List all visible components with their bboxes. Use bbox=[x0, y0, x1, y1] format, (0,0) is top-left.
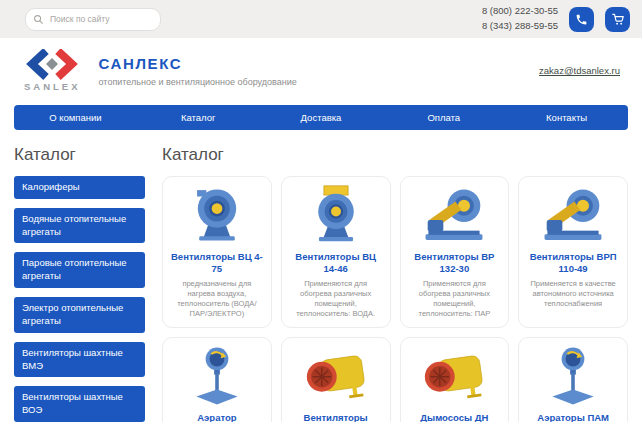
nav-item-catalog[interactable]: Каталог bbox=[137, 112, 260, 123]
product-title[interactable]: Дымососы ДН bbox=[408, 412, 502, 422]
product-description: Применяется в качестве автономного источ… bbox=[526, 279, 620, 309]
catalog-main: Каталог Вентиляторы ВЦ 4-75 предназначен… bbox=[162, 143, 628, 422]
product-image-mine-fan bbox=[408, 343, 502, 409]
sidebar-item-kalorifery[interactable]: Калориферы bbox=[14, 176, 145, 199]
email-link[interactable]: zakaz@tdsanlex.ru bbox=[539, 65, 620, 76]
site-header: SANLEX САНЛЕКС отопительное и вентиляцио… bbox=[0, 38, 642, 103]
sidebar-item-shakhtnye-voe[interactable]: Вентиляторы шахтные ВОЭ bbox=[14, 386, 145, 422]
product-title[interactable]: Аэраторы ПАМ bbox=[526, 412, 620, 422]
company-name: САНЛЕКС bbox=[99, 55, 297, 72]
cart-icon bbox=[611, 12, 625, 26]
product-image-belt-driven-fan bbox=[526, 182, 620, 248]
nav-item-about[interactable]: О компании bbox=[14, 112, 137, 123]
sidebar-item-elektro-agregaty[interactable]: Электро отопительные агрегаты bbox=[14, 297, 145, 333]
product-image-mine-fan bbox=[289, 343, 383, 409]
phone-number-2: 8 (343) 288-59-55 bbox=[482, 19, 558, 34]
product-description: Применяются для обогрева различных помещ… bbox=[289, 279, 383, 320]
phone-number-1: 8 (800) 222-30-55 bbox=[482, 4, 558, 19]
call-button[interactable] bbox=[569, 7, 594, 32]
product-image-pedestal-aerator bbox=[170, 343, 264, 409]
catalog-sidebar: Каталог Калориферы Водяные отопительные … bbox=[14, 143, 145, 422]
product-image-pedestal-aerator bbox=[526, 343, 620, 409]
product-card-vc-14-46[interactable]: Вентиляторы ВЦ 14-46 Применяются для обо… bbox=[281, 176, 391, 328]
nav-item-delivery[interactable]: Доставка bbox=[260, 112, 383, 123]
product-title[interactable]: Вентиляторы ВРП 110-49 bbox=[526, 251, 620, 275]
sidebar-item-shakhtnye-vme[interactable]: Вентиляторы шахтные ВМЭ bbox=[14, 342, 145, 378]
logo-mark-icon bbox=[26, 49, 78, 80]
sidebar-item-parovye-agregaty[interactable]: Паровые отопительные агрегаты bbox=[14, 252, 145, 288]
phone-icon bbox=[575, 13, 588, 26]
main-nav: О компании Каталог Доставка Оплата Конта… bbox=[14, 105, 628, 130]
page-title: Каталог bbox=[162, 145, 628, 165]
cart-button[interactable] bbox=[605, 7, 630, 32]
topbar: 8 (800) 222-30-55 8 (343) 288-59-55 bbox=[0, 0, 642, 38]
sidebar-item-vodyanye-agregaty[interactable]: Водяные отопительные агрегаты bbox=[14, 208, 145, 244]
product-title[interactable]: Вентиляторы ВР 132-30 bbox=[408, 251, 502, 275]
search-input[interactable] bbox=[25, 8, 161, 31]
product-image-belt-driven-fan bbox=[408, 182, 502, 248]
product-card-dymososy-dn[interactable]: Дымососы ДН bbox=[400, 337, 510, 422]
product-title[interactable]: Аэратор неповоротный bbox=[170, 412, 264, 422]
product-description: предназначены для нагрева воздуха, тепло… bbox=[170, 279, 264, 320]
product-title[interactable]: Вентиляторы ВЦ 4-75 bbox=[170, 251, 264, 275]
product-card-vr-132-30[interactable]: Вентиляторы ВР 132-30 Применяются для об… bbox=[400, 176, 510, 328]
product-title[interactable]: Вентиляторы шахтные bbox=[289, 412, 383, 422]
product-grid: Вентиляторы ВЦ 4-75 предназначены для на… bbox=[162, 176, 628, 422]
product-card-aerator-nepovorotnyi[interactable]: Аэратор неповоротный bbox=[162, 337, 272, 422]
logo-word: SANLEX bbox=[24, 81, 81, 92]
product-card-vc-4-75[interactable]: Вентиляторы ВЦ 4-75 предназначены для на… bbox=[162, 176, 272, 328]
nav-item-contacts[interactable]: Контакты bbox=[505, 112, 628, 123]
product-description: Применяются для обогрева различных помещ… bbox=[408, 279, 502, 320]
site-search bbox=[25, 8, 161, 31]
product-card-aeratory-pam[interactable]: Аэраторы ПАМ bbox=[518, 337, 628, 422]
company-tagline: отопительное и вентиляционное оборудован… bbox=[99, 77, 297, 87]
sidebar-title: Каталог bbox=[14, 145, 145, 165]
phone-numbers: 8 (800) 222-30-55 8 (343) 288-59-55 bbox=[482, 4, 558, 33]
product-card-vrp-110-49[interactable]: Вентиляторы ВРП 110-49 Применяется в кач… bbox=[518, 176, 628, 328]
product-card-ventilyatory-shakhtnye[interactable]: Вентиляторы шахтные bbox=[281, 337, 391, 422]
product-title[interactable]: Вентиляторы ВЦ 14-46 bbox=[289, 251, 383, 275]
product-image-centrifugal-fan-top-outlet bbox=[289, 182, 383, 248]
company-logo[interactable]: SANLEX bbox=[24, 49, 81, 92]
nav-item-payment[interactable]: Оплата bbox=[382, 112, 505, 123]
product-image-centrifugal-fan bbox=[170, 182, 264, 248]
